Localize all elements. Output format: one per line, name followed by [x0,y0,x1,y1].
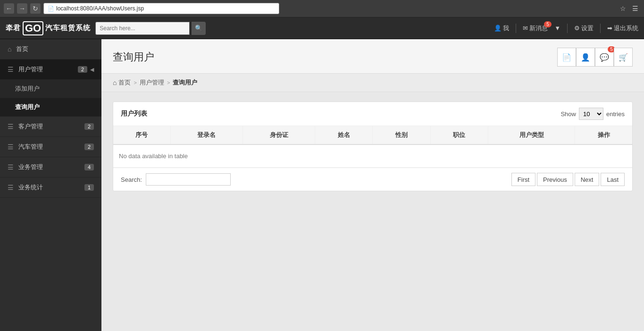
col-login: 登录名 [170,126,243,144]
col-action: 操作 [575,126,632,144]
content-header: 查询用户 📄 👤 💬 5 🛒 [101,39,644,74]
divider-2 [567,24,568,33]
entries-label: entries [606,110,625,118]
sidebar-sub-add-user[interactable]: 添加用户 [0,80,101,98]
sidebar-label-client-mgmt: 客户管理 [18,122,43,131]
header-user-btn[interactable]: 👤 [576,48,595,67]
user-mgmt-icon: ☰ [8,66,14,73]
search-box: Search: [121,173,231,186]
header-icons: 📄 👤 💬 5 🛒 [557,48,633,67]
page-title: 查询用户 [113,50,154,64]
message-icon: ✉ [523,25,528,32]
sidebar-sub-query-user[interactable]: 查询用户 [0,98,101,117]
previous-page-button[interactable]: Previous [537,173,573,186]
car-mgmt-badge: 2 [84,144,94,150]
col-position: 职位 [430,126,488,144]
logo-area: 牵君 GO 汽车租赁系统 [6,21,91,35]
no-data-row: No data available in table [113,144,632,168]
messages-dropdown[interactable]: ▼ [554,25,560,32]
forward-button[interactable]: → [17,3,27,14]
cart-icon: 🛒 [619,53,628,62]
search-button[interactable]: 🔍 [192,22,206,35]
user-profile-icon: 👤 [581,53,590,62]
logo-text-suffix: 汽车租赁系统 [45,24,91,33]
top-bar: 牵君 GO 汽车租赁系统 🔍 👤 我 ✉ 新消息 5 ▼ [0,17,644,39]
user-item[interactable]: 👤 我 [494,24,509,33]
client-mgmt-icon: ☰ [8,123,14,130]
breadcrumb-home[interactable]: ⌂ 首页 [113,78,131,87]
chat-icon: 💬 [600,53,609,62]
query-user-label: 查询用户 [15,103,40,110]
app-wrapper: 牵君 GO 汽车租赁系统 🔍 👤 我 ✉ 新消息 5 ▼ [0,17,644,331]
show-label: Show [560,110,576,118]
table-title: 用户列表 [121,110,147,118]
refresh-button[interactable]: ↻ [30,3,41,14]
sidebar-item-client-mgmt[interactable]: ☰ 客户管理 2 [0,117,101,137]
table-card: 用户列表 Show 10 25 50 100 entries [113,102,633,191]
bookmark-button[interactable]: ☆ [618,3,628,14]
messages-item[interactable]: ✉ 新消息 5 [523,24,548,33]
last-page-button[interactable]: Last [601,173,625,186]
back-button[interactable]: ← [4,3,14,14]
address-bar[interactable]: 📄 localhost:8080/AAA/showUsers.jsp [43,3,279,14]
main-layout: ⌂ 首页 ☰ 用户管理 2 ◀ 添加用户 查询用户 [0,39,644,331]
divider-1 [516,24,516,33]
settings-icon: ⚙ [574,25,580,32]
sidebar-label-user-mgmt: 用户管理 [18,65,43,74]
logout-item[interactable]: ➡ 退出系统 [607,24,638,33]
sidebar-item-car-mgmt[interactable]: ☰ 汽车管理 2 [0,137,101,157]
breadcrumb-sep-2: > [167,80,170,85]
user-icon: 👤 [494,25,502,32]
header-cart-btn[interactable]: 🛒 [614,48,633,67]
pagination: First Previous Next Last [511,173,625,186]
breadcrumb-home-label: 首页 [118,78,131,87]
sidebar-item-home[interactable]: ⌂ 首页 [0,39,101,59]
next-page-button[interactable]: Next [575,173,600,186]
sidebar-item-user-mgmt[interactable]: ☰ 用户管理 2 ◀ [0,59,101,80]
no-data-cell: No data available in table [113,144,632,168]
header-file-btn[interactable]: 📄 [557,48,576,67]
menu-button[interactable]: ☰ [630,3,640,14]
client-mgmt-badge: 2 [84,123,94,130]
breadcrumb-current: 查询用户 [173,78,197,87]
first-page-button[interactable]: First [511,173,535,186]
logout-icon: ➡ [607,25,612,32]
logo-text-prefix: 牵君 [6,24,21,33]
divider-3 [600,24,601,33]
header-chat-btn[interactable]: 💬 5 [595,48,614,67]
table-header-row: 序号 登录名 身份证 姓名 性别 职位 用户类型 操作 [113,126,632,144]
sidebar-item-business-stats[interactable]: ☰ 业务统计 1 [0,178,101,198]
logo-go: GO [23,21,43,35]
breadcrumb-sep-1: > [134,80,136,85]
add-user-label: 添加用户 [15,85,40,92]
page-icon: 📄 [48,6,54,12]
car-mgmt-icon: ☰ [8,143,14,151]
breadcrumb-parent-label: 用户管理 [140,78,164,87]
user-mgmt-badge: 2 [78,66,87,73]
col-name: 姓名 [315,126,373,144]
business-mgmt-badge: 4 [84,164,94,170]
table-search-input[interactable] [146,173,231,186]
home-breadcrumb-icon: ⌂ [113,79,117,86]
table-footer: Search: First Previous Next Last [113,168,632,191]
logout-label: 退出系统 [614,24,638,33]
top-bar-actions: 👤 我 ✉ 新消息 5 ▼ ⚙ 设置 ➡ 退出系统 [494,24,638,33]
content-area: 查询用户 📄 👤 💬 5 🛒 [101,39,644,331]
entries-select[interactable]: 10 25 50 100 [579,108,603,120]
search-input[interactable] [95,22,190,35]
search-area: 🔍 [95,22,206,35]
sidebar-label-business-mgmt: 业务管理 [18,163,43,171]
user-mgmt-arrow: ◀ [90,67,94,73]
business-stats-icon: ☰ [8,184,14,191]
sidebar-label-home: 首页 [16,45,28,53]
col-seqno: 序号 [113,126,170,144]
breadcrumb: ⌂ 首页 > 用户管理 > 查询用户 [101,74,644,92]
dropdown-arrow-icon: ▼ [554,25,560,32]
breadcrumb-parent[interactable]: 用户管理 [140,78,164,87]
business-stats-badge: 1 [84,184,94,191]
sidebar-item-business-mgmt[interactable]: ☰ 业务管理 4 [0,157,101,178]
messages-badge: 5 [544,21,552,27]
col-gender: 性别 [373,126,430,144]
url-text: localhost:8080/AAA/showUsers.jsp [56,5,144,12]
settings-item[interactable]: ⚙ 设置 [574,24,594,33]
